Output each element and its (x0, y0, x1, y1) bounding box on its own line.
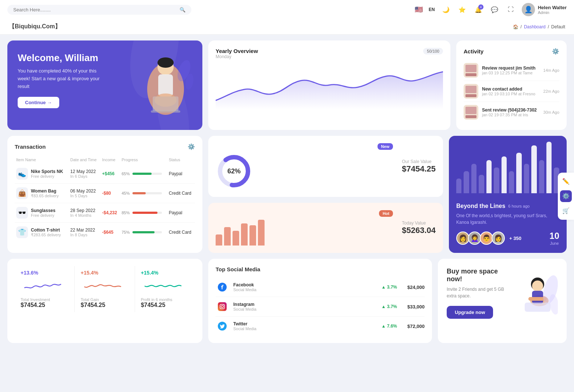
sale-value-card: New 62% Our Sale Value $7454.25 (208, 136, 443, 197)
beyond-bar (479, 175, 484, 193)
item-icon: 👜 (16, 187, 28, 199)
user-name: Helen Walter (538, 5, 567, 10)
flag-icon: 🇺🇸 (415, 6, 423, 14)
status-cell: Credit Card (167, 223, 195, 242)
breadcrumb-bar: 【Biqubiqu.Com】 🏠 / Dashboard / Default (0, 19, 574, 35)
avatar: 👤 (522, 3, 535, 16)
social-name: Twitter (233, 321, 256, 326)
continue-button[interactable]: Continue → (18, 97, 59, 108)
sparkline (141, 279, 189, 294)
middle-col: New 62% Our Sale Value $7454.25 (208, 136, 443, 253)
brand-logo: 【Biqubiqu.Com】 (9, 23, 61, 31)
social-title: Top Social Media (216, 266, 425, 272)
progress-cell: 75% (120, 223, 167, 242)
income-cell: -$4,232 (100, 203, 120, 223)
progress-bar (132, 173, 162, 175)
stat-value: $7454.25 (21, 302, 68, 308)
svg-rect-13 (465, 73, 476, 76)
sparkline (21, 279, 68, 294)
progress-fill (132, 192, 146, 194)
social-platform-icon (216, 280, 229, 294)
date-num: 10 (549, 231, 559, 241)
item-cell: 👟 Nike Sports NK Free delivery (15, 164, 69, 184)
activity-title: Activity (464, 48, 483, 54)
social-item: Instagram Social Media ▲ 3.7% $33,000 (216, 297, 425, 317)
home-icon[interactable]: 🏠 (513, 24, 518, 29)
progress-label: 75% (121, 230, 130, 234)
sparkline (81, 279, 128, 294)
transaction-card: Transaction ⚙️ Item Name Date and Time I… (7, 136, 202, 253)
side-edit-icon[interactable]: ✏️ (560, 176, 572, 187)
activity-settings[interactable]: ⚙️ (552, 48, 559, 55)
item-icon: 👟 (16, 168, 28, 180)
activity-avatar (464, 105, 478, 120)
svg-rect-5 (151, 110, 180, 113)
beyond-desc: One Of the world,s brightest, young surf… (456, 212, 559, 226)
item-date-sub: In 5 Days (70, 194, 99, 198)
date-cell: 06 May 2022 In 5 Days (69, 184, 100, 203)
table-row: 🕶️ Sunglasses Free delivery 28 Sep 2022 … (15, 203, 195, 223)
social-pct: ▲ 3.7% (381, 304, 397, 309)
bar-mini (233, 231, 239, 246)
item-date-sub: In 8 Days (70, 233, 99, 237)
upgrade-illustration (510, 268, 558, 317)
yearly-chart (216, 65, 443, 109)
lang-label[interactable]: EN (429, 7, 435, 12)
upgrade-title: Buy more space now! (447, 268, 510, 283)
sale-label: Our Sale Value (402, 159, 436, 164)
avatar-1: 👩 (456, 232, 470, 245)
side-gear-icon[interactable]: ⚙️ (560, 190, 572, 202)
item-name: Nike Sports NK (31, 169, 63, 174)
item-icon: 🕶️ (16, 207, 28, 219)
stat-pct: +13.6% (21, 270, 68, 276)
svg-rect-15 (465, 86, 476, 93)
user-menu[interactable]: 👤 Helen Walter Admin (522, 3, 567, 16)
breadcrumb-dashboard[interactable]: Dashboard (524, 24, 546, 29)
star-icon[interactable]: ⭐ (457, 4, 467, 15)
status-cell: Paypal (167, 203, 195, 223)
activity-text: Sent review (504)236-7302 jan 02 19 07:3… (482, 107, 540, 117)
table-row: 👟 Nike Sports NK Free delivery 12 May 20… (15, 164, 195, 184)
chat-icon[interactable]: 💬 (489, 4, 500, 15)
social-value: $33,000 (407, 304, 425, 310)
stats-grid: +13.6% Total Investment $7454.25 +15.4% … (15, 266, 195, 312)
svg-rect-19 (465, 115, 476, 118)
fullscreen-icon[interactable]: ⛶ (506, 4, 516, 15)
breadcrumb: 🏠 / Dashboard / Default (513, 24, 565, 29)
third-row: +13.6% Total Investment $7454.25 +15.4% … (7, 259, 567, 343)
side-shop-icon[interactable]: 🛒 (560, 205, 572, 217)
search-bar[interactable]: 🔍 (7, 5, 191, 15)
theme-toggle[interactable]: 🌙 (441, 4, 451, 15)
status-cell: Paypal (167, 164, 195, 184)
beyond-bar (494, 167, 499, 193)
notification-icon[interactable]: 🔔 4 (473, 4, 483, 15)
col-item-name: Item Name (15, 155, 69, 164)
beyond-bar (456, 179, 461, 193)
item-sub: Free delivery (31, 174, 63, 179)
item-cell: 👜 Women Bag ₹83.65 delivery (15, 184, 69, 203)
transaction-settings[interactable]: ⚙️ (188, 143, 195, 150)
social-platform-icon (216, 319, 229, 333)
upgrade-button[interactable]: Upgrade now (447, 306, 493, 319)
search-input[interactable] (13, 7, 177, 13)
date-cell: 28 Sep 2022 In 4 Months (69, 203, 100, 223)
today-chart-wrap: Hot (216, 210, 393, 246)
date-month: June (549, 241, 559, 246)
item-date-sub: In 6 Days (70, 174, 99, 179)
yearly-badge: 50/100 (423, 48, 443, 54)
transaction-title: Transaction (15, 144, 46, 150)
activity-item-time: 22m Ago (543, 89, 559, 93)
topnav-right: 🇺🇸 EN 🌙 ⭐ 🔔 4 💬 ⛶ 👤 Helen Walter Admin (415, 3, 567, 16)
activity-item-sub: jan 02 19 03:10 PM at Fresno (482, 92, 540, 96)
activity-avatar (464, 84, 478, 99)
date-cell: 12 May 2022 In 6 Days (69, 164, 100, 184)
beyond-title: Beyond the Lines (456, 203, 505, 209)
beyond-wrapper: Beyond the Lines 6 hours ago One Of the … (449, 136, 567, 253)
social-sub: Social Media (233, 326, 256, 331)
user-role: Admin (538, 10, 567, 15)
stat-item: +13.6% Total Investment $7454.25 (15, 266, 75, 312)
svg-rect-12 (465, 65, 476, 72)
beyond-time: 6 hours ago (508, 204, 529, 208)
item-date: 12 May 2022 (70, 169, 99, 174)
beyond-bar (502, 156, 507, 193)
